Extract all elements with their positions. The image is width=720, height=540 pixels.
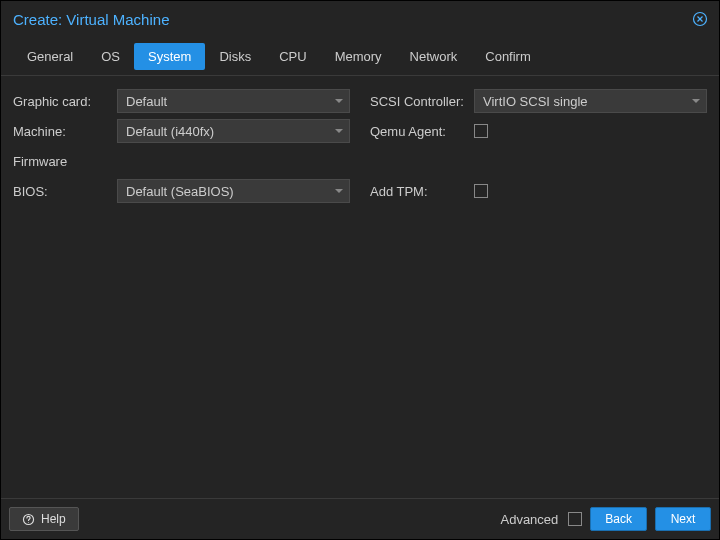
chevron-down-icon	[335, 129, 343, 133]
tab-cpu[interactable]: CPU	[265, 43, 320, 70]
help-icon	[22, 513, 35, 526]
scsi-select[interactable]: VirtIO SCSI single	[474, 89, 707, 113]
chevron-down-icon	[335, 189, 343, 193]
tab-general[interactable]: General	[13, 43, 87, 70]
tab-memory[interactable]: Memory	[321, 43, 396, 70]
row-bios: BIOS: Default (SeaBIOS)	[13, 176, 350, 206]
machine-value: Default (i440fx)	[126, 124, 214, 139]
footer-right: Advanced Back Next	[500, 507, 711, 531]
back-button[interactable]: Back	[590, 507, 647, 531]
graphic-card-select[interactable]: Default	[117, 89, 350, 113]
left-column: Graphic card: Default Machine: Default (…	[13, 86, 350, 488]
graphic-card-label: Graphic card:	[13, 94, 117, 109]
row-firmware-header: Firmware	[13, 146, 350, 176]
help-button[interactable]: Help	[9, 507, 79, 531]
add-tpm-checkbox[interactable]	[474, 184, 488, 198]
wizard-window: Create: Virtual Machine General OS Syste…	[0, 0, 720, 540]
row-qemu-agent: Qemu Agent:	[370, 116, 707, 146]
tab-disks[interactable]: Disks	[205, 43, 265, 70]
tab-network[interactable]: Network	[396, 43, 472, 70]
scsi-label: SCSI Controller:	[370, 94, 474, 109]
wizard-tabs: General OS System Disks CPU Memory Netwo…	[1, 37, 719, 75]
bios-select[interactable]: Default (SeaBIOS)	[117, 179, 350, 203]
row-machine: Machine: Default (i440fx)	[13, 116, 350, 146]
chevron-down-icon	[335, 99, 343, 103]
advanced-label: Advanced	[500, 512, 558, 527]
machine-label: Machine:	[13, 124, 117, 139]
scsi-value: VirtIO SCSI single	[483, 94, 588, 109]
advanced-checkbox[interactable]	[568, 512, 582, 526]
svg-point-4	[28, 521, 29, 522]
spacer-row	[370, 146, 707, 176]
row-scsi: SCSI Controller: VirtIO SCSI single	[370, 86, 707, 116]
chevron-down-icon	[692, 99, 700, 103]
bios-label: BIOS:	[13, 184, 117, 199]
row-graphic-card: Graphic card: Default	[13, 86, 350, 116]
window-title: Create: Virtual Machine	[13, 11, 169, 28]
row-add-tpm: Add TPM:	[370, 176, 707, 206]
footer-left: Help	[9, 507, 79, 531]
footer: Help Advanced Back Next	[1, 499, 719, 539]
next-button[interactable]: Next	[655, 507, 711, 531]
bios-value: Default (SeaBIOS)	[126, 184, 234, 199]
tab-os[interactable]: OS	[87, 43, 134, 70]
qemu-agent-label: Qemu Agent:	[370, 124, 474, 139]
qemu-agent-checkbox[interactable]	[474, 124, 488, 138]
content-area: Graphic card: Default Machine: Default (…	[1, 75, 719, 499]
help-button-label: Help	[41, 512, 66, 526]
graphic-card-value: Default	[126, 94, 167, 109]
right-column: SCSI Controller: VirtIO SCSI single Qemu…	[370, 86, 707, 488]
close-icon[interactable]	[691, 10, 709, 28]
machine-select[interactable]: Default (i440fx)	[117, 119, 350, 143]
tab-confirm[interactable]: Confirm	[471, 43, 545, 70]
add-tpm-label: Add TPM:	[370, 184, 474, 199]
tab-system[interactable]: System	[134, 43, 205, 70]
firmware-section-title: Firmware	[13, 148, 67, 175]
titlebar: Create: Virtual Machine	[1, 1, 719, 37]
